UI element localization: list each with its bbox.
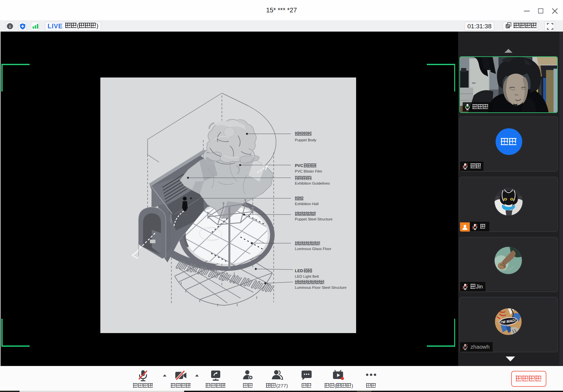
svg-text:Puppet Steel Structure: Puppet Steel Structure [295, 217, 333, 221]
svg-text:Luminous Glass Floor: Luminous Glass Floor [295, 247, 331, 251]
svg-text:Luminous Floor Steel Structure: Luminous Floor Steel Structure [295, 286, 347, 289]
svg-text:i: i [9, 24, 11, 29]
svg-text:PVC Blister Film: PVC Blister Film [295, 169, 322, 173]
svg-text:LIVE: LIVE [48, 22, 63, 30]
svg-text:Exhibition Hall: Exhibition Hall [295, 202, 319, 206]
svg-text:LED Light Belt: LED Light Belt [295, 274, 319, 278]
svg-text:PVC: PVC [295, 163, 303, 168]
svg-text:Exhibition Guidelines: Exhibition Guidelines [295, 181, 330, 185]
svg-text:Puppet Body: Puppet Body [295, 138, 316, 142]
svg-text:LED: LED [295, 269, 303, 273]
